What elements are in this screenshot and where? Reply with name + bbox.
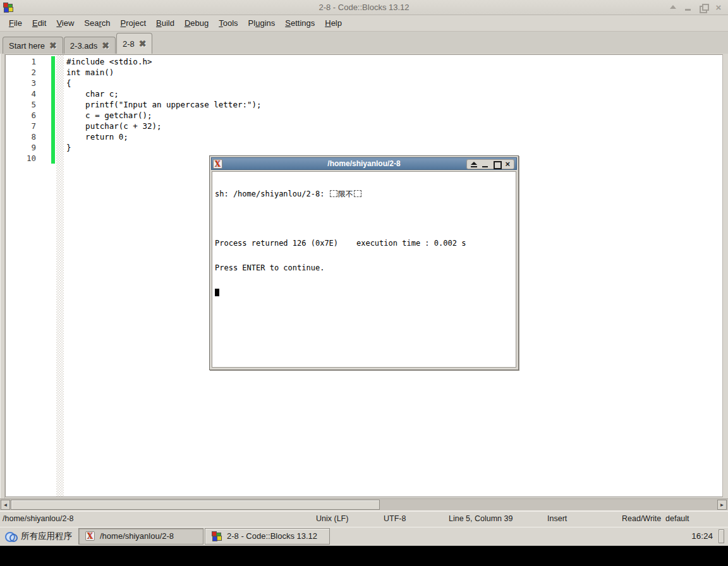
code-text: c = getchar(); (6, 110, 152, 121)
status-cursor-position: Line 5, Column 39 (449, 514, 513, 523)
editor-left-strip (0, 54, 5, 498)
desktop-screen: 2-8 - Code::Blocks 13.12 × File Edit Vie… (0, 0, 728, 546)
codeblocks-logo-icon (212, 531, 222, 541)
taskbar-item-label: 2-8 - Code::Blocks 13.12 (227, 531, 317, 541)
applications-menu-icon (5, 531, 16, 542)
menu-file[interactable]: File (4, 16, 27, 30)
tab-close-icon[interactable]: ✖ (49, 41, 57, 50)
menu-settings[interactable]: Settings (280, 16, 320, 30)
xterm-icon: X (85, 531, 95, 541)
status-file-path: /home/shiyanlou/2-8 (3, 514, 74, 523)
status-insert-mode: Insert (547, 514, 567, 523)
code-line: 4 char c; (6, 88, 722, 99)
code-line: 2int main() (6, 67, 722, 78)
menu-project[interactable]: Project (116, 16, 151, 30)
tab-label: Start here (9, 41, 45, 51)
tab-2-8[interactable]: 2-8 ✖ (116, 33, 153, 54)
shade-window-icon[interactable] (669, 3, 677, 12)
changed-lines-marker (51, 56, 55, 164)
tab-close-icon[interactable]: ✖ (139, 39, 147, 48)
terminal-shade-icon[interactable] (471, 161, 477, 167)
code-line: 3{ (6, 78, 722, 88)
terminal-window-buttons: × (466, 159, 514, 169)
terminal-close-icon[interactable]: × (505, 161, 510, 167)
tab-label: 2-8 (123, 39, 135, 49)
scrollbar-thumb[interactable] (11, 500, 380, 510)
terminal-cjk-text: 限不 (338, 190, 353, 198)
menu-edit[interactable]: Edit (27, 16, 51, 30)
code-text: return 0; (6, 131, 128, 142)
tab-close-icon[interactable]: ✖ (102, 41, 109, 50)
menu-plugins[interactable]: Plugins (243, 16, 281, 30)
terminal-press-enter-line: Press ENTER to continue. (215, 264, 513, 272)
taskbar-clock: 16:24 (691, 531, 713, 541)
menu-debug[interactable]: Debug (179, 16, 214, 30)
status-profile: default (665, 514, 689, 523)
tab-2-3-ads[interactable]: 2-3.ads ✖ (64, 37, 116, 54)
terminal-shell-line: sh: /home/shiyanlou/2-8: 限不 (215, 190, 513, 198)
terminal-titlebar[interactable]: X /home/shiyanlou/2-8 × (211, 157, 517, 170)
menu-help[interactable]: Help (320, 16, 347, 30)
terminal-cursor-line (215, 289, 513, 297)
menu-view[interactable]: View (51, 16, 79, 30)
menu-bar: File Edit View Search Project Build Debu… (0, 15, 728, 32)
menu-build[interactable]: Build (151, 16, 179, 30)
minimize-window-icon[interactable] (684, 3, 693, 12)
window-title: 2-8 - Code::Blocks 13.12 (0, 3, 728, 12)
status-encoding: UTF-8 (384, 514, 406, 523)
editor-tab-bar: Start here ✖ 2-3.ads ✖ 2-8 ✖ (0, 32, 728, 54)
status-eol-mode: Unix (LF) (316, 514, 348, 523)
tab-start-here[interactable]: Start here ✖ (3, 37, 63, 54)
applications-menu-label: 所有应用程序 (21, 531, 72, 542)
terminal-blank-line (215, 215, 513, 223)
status-bar: /home/shiyanlou/2-8 Unix (LF) UTF-8 Line… (0, 511, 728, 526)
tab-label: 2-3.ads (70, 41, 97, 51)
terminal-cursor (215, 289, 219, 296)
scroll-right-arrow-icon[interactable]: ► (717, 500, 727, 510)
code-line: 5 printf("Input an uppercase letter:"); (6, 99, 722, 110)
close-window-icon[interactable]: × (714, 3, 723, 12)
window-titlebar: 2-8 - Code::Blocks 13.12 × (0, 0, 728, 15)
taskbar: 所有应用程序 X /home/shiyanlou/2-8 2-8 - Code:… (0, 527, 728, 545)
scroll-left-arrow-icon[interactable]: ◄ (1, 500, 10, 510)
status-readwrite: Read/Write (622, 514, 661, 523)
missing-glyph-box (330, 190, 337, 197)
terminal-window[interactable]: X /home/shiyanlou/2-8 × sh: /home/shiyan… (209, 155, 519, 370)
taskbar-item-codeblocks[interactable]: 2-8 - Code::Blocks 13.12 (205, 528, 330, 545)
terminal-minimize-icon[interactable] (482, 161, 488, 167)
fold-margin (56, 55, 64, 497)
code-text: #include <stdio.h> (6, 56, 152, 67)
taskbar-item-terminal[interactable]: X /home/shiyanlou/2-8 (78, 528, 203, 545)
menu-search[interactable]: Search (79, 16, 115, 30)
show-desktop-button[interactable] (719, 529, 724, 543)
code-text: printf("Input an uppercase letter:"); (6, 99, 262, 110)
maximize-window-icon[interactable] (699, 3, 708, 12)
code-line: 9} (6, 142, 722, 153)
terminal-maximize-icon[interactable] (494, 161, 500, 167)
code-line: 8 return 0; (6, 131, 722, 142)
code-line: 7 putchar(c + 32); (6, 121, 722, 131)
taskbar-item-label: /home/shiyanlou/2-8 (100, 531, 174, 541)
missing-glyph-box (354, 190, 361, 197)
applications-menu-button[interactable]: 所有应用程序 (0, 527, 78, 545)
menu-tools[interactable]: Tools (214, 16, 243, 30)
terminal-output[interactable]: sh: /home/shiyanlou/2-8: 限不 Process retu… (212, 171, 516, 368)
code-line: 1#include <stdio.h> (6, 56, 722, 67)
code-text: putchar(c + 32); (6, 121, 162, 131)
terminal-process-line: Process returned 126 (0x7E) execution ti… (215, 239, 513, 248)
code-line: 6 c = getchar(); (6, 110, 722, 121)
horizontal-scrollbar[interactable]: ◄ ► (0, 498, 728, 511)
